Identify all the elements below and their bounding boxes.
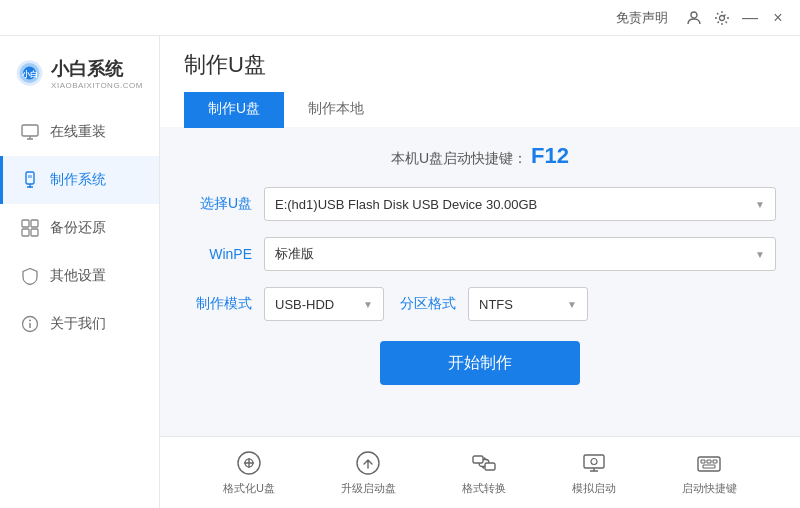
simulate-boot-icon	[580, 449, 608, 477]
sidebar-label-about-us: 关于我们	[50, 315, 106, 333]
active-bar	[0, 156, 3, 204]
sidebar-label-backup-restore: 备份还原	[50, 219, 106, 237]
settings-icon[interactable]	[708, 4, 736, 32]
toolbar-format-usb-label: 格式化U盘	[223, 481, 275, 496]
make-mode-value: USB-HDD	[275, 297, 334, 312]
svg-rect-8	[28, 175, 32, 178]
toolbar-simulate-boot-label: 模拟启动	[572, 481, 616, 496]
svg-rect-9	[22, 220, 29, 227]
close-button[interactable]: ×	[764, 4, 792, 32]
sidebar-item-other-settings[interactable]: 其他设置	[0, 252, 159, 300]
logo-subtitle: XIAOBAIXITONG.COM	[51, 81, 143, 90]
format-convert-icon	[470, 449, 498, 477]
sidebar-item-backup-restore[interactable]: 备份还原	[0, 204, 159, 252]
svg-rect-25	[707, 460, 711, 463]
svg-rect-23	[698, 457, 720, 471]
make-mode-row: 制作模式 USB-HDD ▼ 分区格式 NTFS ▼	[184, 287, 776, 321]
svg-rect-6	[22, 125, 38, 136]
svg-rect-24	[701, 460, 705, 463]
format-usb-icon	[235, 449, 263, 477]
toolbar-format-usb[interactable]: 格式化U盘	[211, 443, 287, 502]
sidebar-item-make-system[interactable]: 制作系统	[0, 156, 159, 204]
toolbar-format-convert-label: 格式转换	[462, 481, 506, 496]
usb-icon	[20, 170, 40, 190]
svg-rect-12	[31, 229, 38, 236]
usb-select-row: 选择U盘 E:(hd1)USB Flash Disk USB Device 30…	[184, 187, 776, 221]
title-bar: 免责声明 — ×	[0, 0, 800, 36]
winpe-value: 标准版	[275, 245, 314, 263]
usb-select-dropdown[interactable]: E:(hd1)USB Flash Disk USB Device 30.00GB…	[264, 187, 776, 221]
bottom-toolbar: 格式化U盘 升级启动盘 格式转换 模拟启动	[160, 436, 800, 508]
svg-rect-20	[485, 463, 495, 470]
partition-value: NTFS	[479, 297, 513, 312]
page-title: 制作U盘	[184, 50, 776, 80]
sidebar: 小白 小白系统 XIAOBAIXITONG.COM 在线重装 制作系统	[0, 36, 160, 508]
shortcut-hint: 本机U盘启动快捷键： F12	[184, 143, 776, 169]
usb-select-label: 选择U盘	[184, 195, 252, 213]
grid-icon	[20, 218, 40, 238]
svg-rect-11	[22, 229, 29, 236]
upgrade-boot-icon	[354, 449, 382, 477]
usb-select-arrow-icon: ▼	[755, 199, 765, 210]
svg-point-15	[29, 320, 31, 322]
svg-rect-10	[31, 220, 38, 227]
user-icon[interactable]	[680, 4, 708, 32]
svg-point-1	[720, 15, 725, 20]
content-body: 本机U盘启动快捷键： F12 选择U盘 E:(hd1)USB Flash Dis…	[160, 127, 800, 436]
toolbar-simulate-boot[interactable]: 模拟启动	[560, 443, 628, 502]
sidebar-item-online-reinstall[interactable]: 在线重装	[0, 108, 159, 156]
minimize-button[interactable]: —	[736, 4, 764, 32]
toolbar-upgrade-boot[interactable]: 升级启动盘	[329, 443, 408, 502]
disclaimer-link[interactable]: 免责声明	[616, 9, 668, 27]
logo-icon: 小白	[16, 54, 43, 92]
logo-text: 小白系统 XIAOBAIXITONG.COM	[51, 57, 143, 90]
partition-dropdown[interactable]: NTFS ▼	[468, 287, 588, 321]
logo-area: 小白 小白系统 XIAOBAIXITONG.COM	[0, 46, 159, 108]
boot-shortcut-icon	[695, 449, 723, 477]
toolbar-boot-shortcut[interactable]: 启动快捷键	[670, 443, 749, 502]
sidebar-label-online-reinstall: 在线重装	[50, 123, 106, 141]
logo-title: 小白系统	[51, 57, 143, 81]
winpe-dropdown[interactable]: 标准版 ▼	[264, 237, 776, 271]
tab-make-local[interactable]: 制作本地	[284, 92, 388, 128]
winpe-label: WinPE	[184, 246, 252, 262]
main-layout: 小白 小白系统 XIAOBAIXITONG.COM 在线重装 制作系统	[0, 36, 800, 508]
content-header: 制作U盘 制作U盘 制作本地	[160, 36, 800, 127]
info-icon	[20, 314, 40, 334]
shortcut-key: F12	[531, 143, 569, 168]
svg-rect-19	[473, 456, 483, 463]
shield-icon	[20, 266, 40, 286]
winpe-row: WinPE 标准版 ▼	[184, 237, 776, 271]
svg-text:小白: 小白	[21, 70, 38, 79]
svg-point-22	[591, 459, 597, 465]
toolbar-boot-shortcut-label: 启动快捷键	[682, 481, 737, 496]
partition-arrow-icon: ▼	[567, 299, 577, 310]
make-mode-label: 制作模式	[184, 295, 252, 313]
make-mode-arrow-icon: ▼	[363, 299, 373, 310]
sidebar-label-other-settings: 其他设置	[50, 267, 106, 285]
monitor-icon	[20, 122, 40, 142]
content-area: 制作U盘 制作U盘 制作本地 本机U盘启动快捷键： F12 选择U盘 E:(hd…	[160, 36, 800, 508]
start-button[interactable]: 开始制作	[380, 341, 580, 385]
make-mode-dropdown[interactable]: USB-HDD ▼	[264, 287, 384, 321]
shortcut-prefix: 本机U盘启动快捷键：	[391, 150, 527, 166]
tabs: 制作U盘 制作本地	[184, 92, 776, 127]
partition-label: 分区格式	[396, 295, 456, 313]
svg-rect-27	[703, 465, 715, 468]
sidebar-item-about-us[interactable]: 关于我们	[0, 300, 159, 348]
usb-select-value: E:(hd1)USB Flash Disk USB Device 30.00GB	[275, 197, 537, 212]
toolbar-format-convert[interactable]: 格式转换	[450, 443, 518, 502]
sidebar-label-make-system: 制作系统	[50, 171, 106, 189]
svg-rect-26	[713, 460, 717, 463]
svg-rect-21	[584, 455, 604, 468]
winpe-arrow-icon: ▼	[755, 249, 765, 260]
toolbar-upgrade-boot-label: 升级启动盘	[341, 481, 396, 496]
tab-make-usb[interactable]: 制作U盘	[184, 92, 284, 128]
svg-point-0	[691, 12, 697, 18]
